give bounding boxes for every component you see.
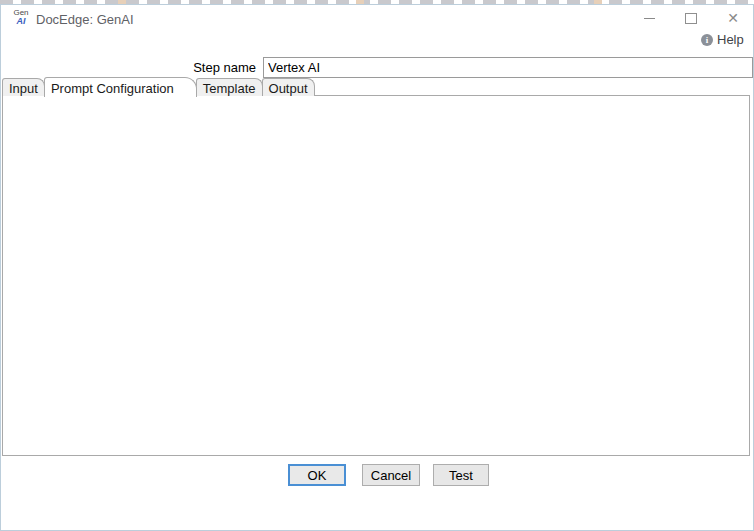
window-title: DocEdge: GenAI bbox=[36, 12, 134, 27]
tab-prompt-configuration[interactable]: Prompt Configuration bbox=[44, 77, 197, 97]
maximize-icon bbox=[685, 13, 697, 24]
tab-input[interactable]: Input bbox=[2, 78, 45, 96]
minimize-icon bbox=[644, 18, 655, 19]
ok-button[interactable]: OK bbox=[288, 464, 346, 486]
test-button[interactable]: Test bbox=[433, 464, 489, 486]
info-icon: i bbox=[701, 34, 713, 46]
maximize-button[interactable] bbox=[676, 7, 706, 29]
tab-template[interactable]: Template bbox=[196, 78, 263, 96]
help-label: Help bbox=[717, 32, 744, 47]
tab-template-label: Template bbox=[203, 81, 256, 96]
tab-output-label: Output bbox=[269, 81, 308, 96]
logo-text-bottom: AI bbox=[10, 17, 32, 26]
help-link[interactable]: i Help bbox=[701, 32, 744, 47]
genai-logo-icon: Gen AI bbox=[10, 9, 32, 26]
step-name-label: Step name bbox=[156, 60, 256, 75]
genai-dialog: Gen AI DocEdge: GenAI ✕ i Help Step name… bbox=[0, 0, 754, 531]
close-icon: ✕ bbox=[727, 11, 739, 25]
tab-bar: Input Prompt Configuration Template Outp… bbox=[2, 78, 314, 96]
tab-input-label: Input bbox=[9, 81, 38, 96]
tab-prompt-configuration-label: Prompt Configuration bbox=[51, 81, 174, 96]
minimize-button[interactable] bbox=[634, 7, 664, 29]
close-button[interactable]: ✕ bbox=[718, 7, 748, 29]
tab-content-panel bbox=[2, 95, 750, 456]
background-window-strip bbox=[0, 0, 754, 4]
step-name-input[interactable] bbox=[263, 57, 753, 78]
cancel-button[interactable]: Cancel bbox=[362, 464, 420, 486]
tab-output[interactable]: Output bbox=[262, 78, 315, 96]
